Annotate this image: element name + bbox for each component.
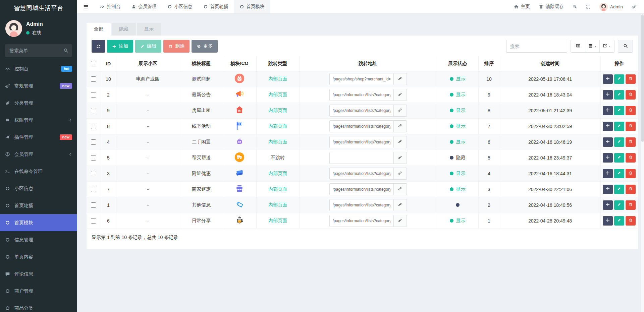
sidebar-item-comment[interactable]: 评论信息 bbox=[0, 265, 77, 283]
sidebar-item-banner[interactable]: 首页轮播 bbox=[0, 197, 77, 214]
refresh-button[interactable] bbox=[92, 40, 105, 53]
detail-view-button[interactable] bbox=[571, 40, 585, 52]
row-delete-button[interactable] bbox=[626, 169, 636, 178]
status-badge[interactable]: 显示 bbox=[450, 92, 466, 98]
url-link-button[interactable] bbox=[394, 136, 407, 148]
filter-tab-1[interactable]: 隐藏 bbox=[112, 23, 136, 36]
row-drag-button[interactable] bbox=[603, 200, 613, 210]
topnav-tab-banner[interactable]: 首页轮播 bbox=[198, 0, 234, 13]
url-link-button[interactable] bbox=[394, 89, 407, 101]
row-drag-button[interactable] bbox=[603, 74, 613, 84]
row-drag-button[interactable] bbox=[603, 106, 613, 115]
row-checkbox[interactable] bbox=[91, 202, 96, 208]
clear-cache-button[interactable]: 清除缓存 bbox=[534, 0, 568, 13]
row-checkbox[interactable] bbox=[91, 92, 96, 98]
table-search-input[interactable] bbox=[506, 40, 567, 53]
language-button[interactable] bbox=[568, 0, 582, 13]
sidebar-item-community[interactable]: 小区信息 bbox=[0, 180, 77, 197]
url-link-button[interactable] bbox=[394, 199, 407, 211]
jump-url-input[interactable] bbox=[329, 199, 394, 211]
row-delete-button[interactable] bbox=[626, 216, 636, 226]
url-link-button[interactable] bbox=[394, 105, 407, 117]
row-edit-button[interactable] bbox=[614, 74, 624, 84]
user-menu[interactable]: Admin bbox=[595, 0, 627, 13]
status-badge[interactable]: 显示 bbox=[450, 186, 466, 192]
jump-url-input[interactable] bbox=[329, 168, 394, 180]
jump-url-input[interactable] bbox=[329, 152, 394, 164]
add-button[interactable]: 添加 bbox=[107, 40, 133, 53]
url-link-button[interactable] bbox=[394, 73, 407, 85]
select-all-checkbox[interactable] bbox=[91, 61, 96, 66]
status-badge[interactable]: 显示 bbox=[450, 76, 466, 82]
row-checkbox[interactable] bbox=[91, 139, 96, 145]
jump-url-input[interactable] bbox=[329, 183, 394, 195]
topnav-tab-community[interactable]: 小区信息 bbox=[162, 0, 198, 13]
row-edit-button[interactable] bbox=[614, 122, 624, 131]
status-badge[interactable]: 显示 bbox=[450, 171, 466, 177]
fullscreen-button[interactable] bbox=[582, 0, 595, 13]
url-link-button[interactable] bbox=[394, 215, 407, 227]
sidebar-item-page[interactable]: 单页内容 bbox=[0, 248, 77, 265]
more-button[interactable]: 更多 bbox=[192, 40, 218, 53]
sidebar-item-information[interactable]: 信息管理 bbox=[0, 231, 77, 248]
topnav-tab-console[interactable]: 控制台 bbox=[95, 0, 126, 13]
row-edit-button[interactable] bbox=[614, 216, 624, 226]
url-link-button[interactable] bbox=[394, 152, 407, 164]
filter-tab-0[interactable]: 全部 bbox=[87, 23, 111, 36]
hamburger-menu-icon[interactable] bbox=[77, 0, 95, 13]
page-scrollbar[interactable] bbox=[641, 14, 644, 312]
row-edit-button[interactable] bbox=[614, 153, 624, 163]
row-checkbox[interactable] bbox=[91, 124, 96, 129]
jump-url-input[interactable] bbox=[329, 89, 394, 101]
row-delete-button[interactable] bbox=[626, 122, 636, 131]
sidebar-item-goods[interactable]: 商品分类 bbox=[0, 300, 77, 312]
status-badge[interactable] bbox=[456, 203, 460, 207]
row-delete-button[interactable] bbox=[626, 137, 636, 147]
url-link-button[interactable] bbox=[394, 168, 407, 180]
row-checkbox[interactable] bbox=[91, 218, 96, 224]
row-drag-button[interactable] bbox=[603, 216, 613, 226]
jump-url-input[interactable] bbox=[329, 120, 394, 132]
export-button[interactable] bbox=[600, 40, 614, 52]
sidebar-item-category[interactable]: 分类管理 bbox=[0, 95, 77, 112]
row-checkbox[interactable] bbox=[91, 187, 96, 192]
row-edit-button[interactable] bbox=[614, 90, 624, 100]
sidebar-item-general[interactable]: 常规管理new bbox=[0, 77, 77, 95]
topnav-tab-module[interactable]: 首页模块 bbox=[234, 0, 270, 13]
status-badge[interactable]: 隐藏 bbox=[450, 155, 466, 161]
sidebar-item-console[interactable]: 控制台hot bbox=[0, 60, 77, 77]
row-checkbox[interactable] bbox=[91, 171, 96, 176]
row-edit-button[interactable] bbox=[614, 200, 624, 210]
search-toggle-button[interactable] bbox=[618, 40, 633, 53]
sidebar-item-command[interactable]: 在线命令管理 bbox=[0, 163, 77, 180]
row-checkbox[interactable] bbox=[91, 155, 96, 161]
jump-url-input[interactable] bbox=[329, 73, 394, 85]
topnav-tab-member[interactable]: 会员管理 bbox=[126, 0, 162, 13]
settings-button[interactable] bbox=[627, 0, 641, 13]
sidebar-item-auth[interactable]: 权限管理 bbox=[0, 112, 77, 129]
status-badge[interactable]: 显示 bbox=[450, 139, 466, 145]
row-delete-button[interactable] bbox=[626, 153, 636, 163]
jump-url-input[interactable] bbox=[329, 105, 394, 117]
row-drag-button[interactable] bbox=[603, 137, 613, 147]
edit-button[interactable]: 编辑 bbox=[135, 40, 161, 53]
jump-url-input[interactable] bbox=[329, 136, 394, 148]
row-edit-button[interactable] bbox=[614, 106, 624, 115]
row-delete-button[interactable] bbox=[626, 74, 636, 84]
row-drag-button[interactable] bbox=[603, 169, 613, 178]
home-button[interactable]: 主页 bbox=[509, 0, 534, 13]
row-drag-button[interactable] bbox=[603, 122, 613, 131]
row-checkbox[interactable] bbox=[91, 76, 96, 82]
row-delete-button[interactable] bbox=[626, 106, 636, 115]
search-icon[interactable] bbox=[63, 48, 68, 53]
sidebar-item-module[interactable]: 首页模块 bbox=[0, 214, 77, 231]
url-link-button[interactable] bbox=[394, 120, 407, 132]
jump-url-input[interactable] bbox=[329, 215, 394, 227]
row-edit-button[interactable] bbox=[614, 137, 624, 147]
row-delete-button[interactable] bbox=[626, 90, 636, 100]
row-delete-button[interactable] bbox=[626, 200, 636, 210]
url-link-button[interactable] bbox=[394, 183, 407, 195]
row-edit-button[interactable] bbox=[614, 169, 624, 178]
filter-tab-2[interactable]: 显示 bbox=[137, 23, 161, 36]
scrollbar-thumb[interactable] bbox=[641, 14, 644, 142]
